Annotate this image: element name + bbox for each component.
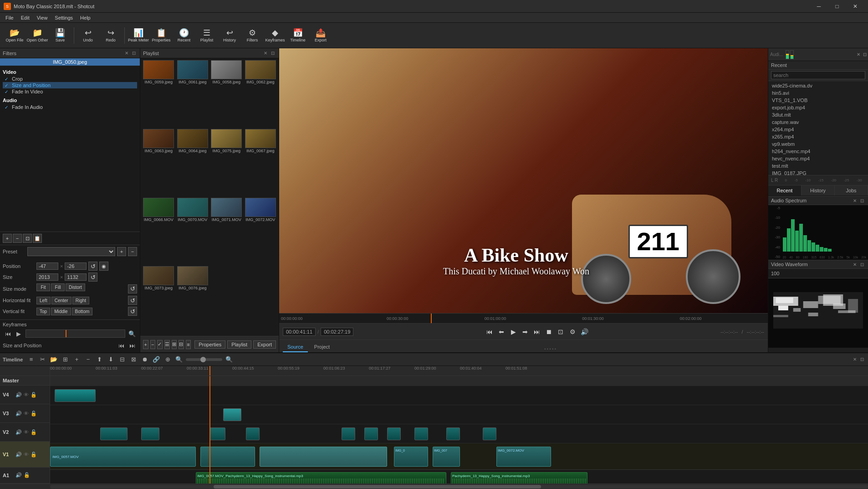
preview-fullscreen[interactable]: ⊡ bbox=[556, 327, 566, 337]
properties-button[interactable]: 📋 Properties bbox=[150, 25, 172, 46]
tl-menu-button[interactable]: ≡ bbox=[26, 355, 36, 365]
open-other-button[interactable]: 📁 Open Other bbox=[26, 25, 48, 46]
v4-audio-icon[interactable]: 🔊 bbox=[15, 392, 22, 398]
undo-button[interactable]: ↩ Undo bbox=[77, 25, 99, 46]
filter-fade-audio[interactable]: ✓ Fade In Audio bbox=[3, 104, 137, 110]
tl-razor-button[interactable]: ✂ bbox=[37, 355, 47, 365]
recent-item-10[interactable]: hevc_nvenc.mp4 bbox=[768, 155, 868, 162]
v3-clip-0[interactable] bbox=[223, 408, 241, 421]
audio-spectrum-close[interactable]: ✕ bbox=[852, 197, 858, 204]
v-fit-bottom[interactable]: Bottom bbox=[72, 308, 93, 315]
preview-volume[interactable]: 🔊 bbox=[579, 327, 589, 337]
a1-lock-icon[interactable]: 🔓 bbox=[24, 472, 30, 478]
size-w-input[interactable] bbox=[36, 273, 58, 281]
kf-prev-button[interactable]: ⏮ bbox=[3, 329, 13, 339]
v4-clip-0[interactable] bbox=[55, 389, 96, 402]
menu-edit[interactable]: Edit bbox=[17, 14, 33, 21]
v1-lock-icon[interactable]: 🔓 bbox=[31, 452, 37, 458]
keyframes-button[interactable]: ◆ Keyframes bbox=[264, 25, 286, 46]
v2-clip-1[interactable] bbox=[141, 427, 159, 440]
add-filter-button[interactable]: + bbox=[3, 234, 12, 243]
rp-tab-jobs[interactable]: Jobs bbox=[835, 185, 868, 196]
playlist-close-btn[interactable]: ✕ bbox=[262, 50, 269, 57]
filters-close-btn[interactable]: ✕ bbox=[123, 50, 130, 57]
tl-link-button[interactable]: 🔗 bbox=[151, 355, 161, 365]
maximize-button[interactable]: □ bbox=[828, 0, 846, 13]
v-fit-middle[interactable]: Middle bbox=[51, 308, 71, 315]
v2-clip-8[interactable] bbox=[446, 427, 460, 440]
a1-clip-0[interactable]: IMG_0057.MOV_Pachyderm_13_Happy_Song_ins… bbox=[196, 472, 446, 484]
recent-item-7[interactable]: x265.mp4 bbox=[768, 133, 868, 140]
preview-timeline-ruler[interactable]: 00:00:00:00 00:00:30:00 00:01:00:00 00:0… bbox=[279, 313, 768, 323]
timeline-button[interactable]: 📅 Timeline bbox=[287, 25, 309, 46]
tl-overwrite-button[interactable]: ⬇ bbox=[106, 355, 116, 365]
playlist-properties-button[interactable]: Properties bbox=[194, 340, 225, 349]
filter-paste-button[interactable]: 📋 bbox=[33, 234, 42, 243]
playlist-remove-button[interactable]: − bbox=[150, 340, 156, 349]
v1-main-clip[interactable]: IMG_0057.MOV bbox=[50, 447, 196, 467]
position-y-input[interactable] bbox=[65, 263, 87, 270]
v4-eye-icon[interactable]: 👁 bbox=[24, 392, 29, 397]
preview-skip-start[interactable]: ⏮ bbox=[485, 327, 495, 337]
h-fit-reset-button[interactable]: ↺ bbox=[128, 296, 137, 305]
filter-fade-video[interactable]: ✓ Fade In Video bbox=[3, 88, 137, 95]
timeline-content-area[interactable]: 00:00:00:00 00:00:11:03 00:00:22:07 00:0… bbox=[50, 366, 868, 484]
kf-next-sp[interactable]: ⏭ bbox=[127, 340, 137, 350]
preview-play[interactable]: ▶ bbox=[508, 327, 518, 337]
history-button[interactable]: ↩ History bbox=[219, 25, 240, 46]
recent-item-9[interactable]: h264_nvenc.mp4 bbox=[768, 148, 868, 155]
vw-float[interactable]: ⊡ bbox=[859, 261, 865, 268]
timeline-float-btn[interactable]: ⊡ bbox=[859, 356, 865, 363]
playlist-item-5[interactable]: IMG_0064.jpeg bbox=[176, 129, 209, 197]
position-keyframe-button[interactable]: ◉ bbox=[99, 262, 108, 271]
v3-eye-icon[interactable]: 👁 bbox=[24, 411, 29, 416]
playlist-item-7[interactable]: IMG_0067.jpeg bbox=[244, 129, 277, 197]
size-mode-fill[interactable]: Fill bbox=[51, 283, 65, 291]
vw-close[interactable]: ✕ bbox=[852, 261, 858, 268]
size-mode-reset-button[interactable]: ↺ bbox=[128, 284, 137, 293]
preset-remove-button[interactable]: − bbox=[128, 247, 137, 256]
remove-filter-button[interactable]: − bbox=[13, 234, 22, 243]
v1-audio-icon[interactable]: 🔊 bbox=[15, 452, 22, 458]
playlist-detail-view-button[interactable]: ⊟ bbox=[179, 340, 184, 349]
preset-select[interactable] bbox=[27, 247, 115, 256]
playlist-float-btn[interactable]: ⊡ bbox=[270, 50, 276, 57]
v1-clip-2[interactable] bbox=[200, 447, 255, 467]
playlist-button[interactable]: ☰ Playlist bbox=[196, 25, 218, 46]
v2-clip-9[interactable] bbox=[483, 427, 496, 440]
v2-lock-icon[interactable]: 🔓 bbox=[31, 429, 37, 435]
playlist-item-8[interactable]: IMG_0066.MOV bbox=[142, 198, 175, 266]
tl-split-button[interactable]: ⊟ bbox=[117, 355, 127, 365]
keyframes-bar[interactable] bbox=[26, 329, 125, 338]
timeline-close-btn[interactable]: ✕ bbox=[852, 356, 858, 363]
playlist-check-button[interactable]: ✓ bbox=[157, 340, 163, 349]
recent-item-0[interactable]: wide25-cinema.dv bbox=[768, 82, 868, 89]
filters-button[interactable]: ⚙ Filters bbox=[241, 25, 263, 46]
recent-item-11[interactable]: test.mlt bbox=[768, 162, 868, 170]
tl-scrub-button[interactable]: ⏺ bbox=[140, 355, 150, 365]
v-fit-top[interactable]: Top bbox=[36, 308, 50, 315]
titlebar-controls[interactable]: ─ □ ✕ bbox=[810, 0, 864, 13]
playlist-playlist-button[interactable]: Playlist bbox=[227, 340, 251, 349]
rp-tab-recent[interactable]: Recent bbox=[768, 185, 802, 196]
preview-step-forward[interactable]: ➡ bbox=[520, 327, 530, 337]
v1-clip-3[interactable] bbox=[260, 447, 387, 467]
playlist-item-4[interactable]: IMG_0063.jpeg bbox=[142, 129, 175, 197]
v2-clip-3[interactable] bbox=[246, 427, 260, 440]
tl-remove-track[interactable]: − bbox=[83, 355, 93, 365]
v2-clip-6[interactable] bbox=[387, 427, 401, 440]
size-mode-fit[interactable]: Fit bbox=[36, 283, 50, 291]
tl-ripple-button[interactable]: ⊠ bbox=[128, 355, 138, 365]
export-button[interactable]: 📤 Export bbox=[310, 25, 332, 46]
v4-lock-icon[interactable]: 🔓 bbox=[31, 392, 37, 398]
recent-item-12[interactable]: IMG_0187.JPG bbox=[768, 170, 868, 175]
v2-audio-icon[interactable]: 🔊 bbox=[15, 429, 22, 435]
playlist-item-1[interactable]: IMG_0061.jpeg bbox=[176, 60, 209, 128]
filter-crop[interactable]: ✓ Crop bbox=[3, 76, 137, 82]
filter-size-position[interactable]: ✓ Size and Position bbox=[3, 82, 137, 88]
tl-ripple-all[interactable]: ⊕ bbox=[163, 355, 173, 365]
close-button[interactable]: ✕ bbox=[846, 0, 864, 13]
size-mode-distort[interactable]: Distort bbox=[66, 283, 85, 291]
playlist-item-11[interactable]: IMG_0072.MOV bbox=[244, 198, 277, 266]
source-tab[interactable]: Source bbox=[283, 342, 308, 352]
